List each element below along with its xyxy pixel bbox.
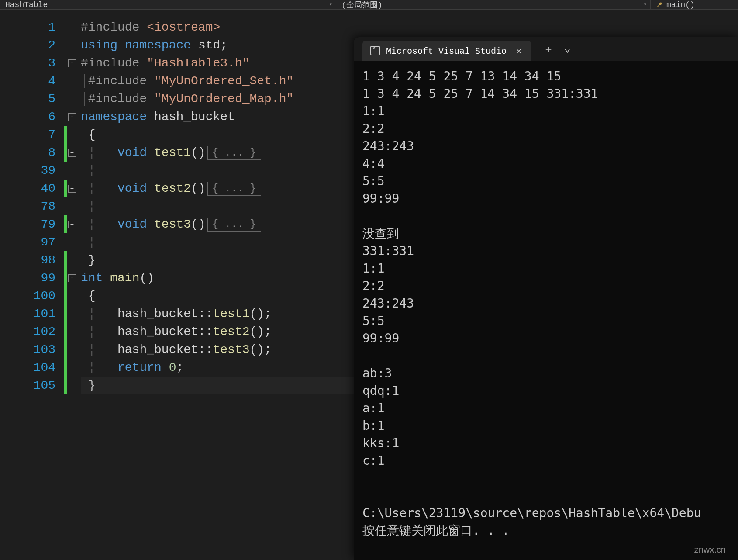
tab-dropdown-button[interactable]: ⌄ — [564, 42, 570, 56]
terminal-tab-active[interactable]: Microsoft Visual Studio 调试控 ✕ — [362, 41, 531, 61]
fold-cell — [63, 18, 81, 36]
change-indicator — [64, 323, 67, 341]
fold-collapse-icon[interactable]: − — [68, 274, 76, 282]
change-indicator — [64, 341, 67, 359]
fold-cell — [63, 305, 81, 323]
change-indicator — [64, 215, 67, 233]
line-number: 78 — [24, 197, 55, 215]
scope-function-label: main() — [666, 0, 695, 9]
fold-cell — [63, 233, 81, 251]
chevron-down-icon: ▾ — [329, 1, 332, 8]
new-tab-button[interactable]: ＋ — [543, 42, 554, 56]
fold-cell — [63, 197, 81, 215]
line-number: 4 — [24, 72, 55, 90]
scope-dropdown-file[interactable]: HashTable ▾ — [0, 0, 336, 9]
fold-cell — [63, 36, 81, 54]
terminal-tab-bar: Microsoft Visual Studio 调试控 ✕ ＋ ⌄ — [354, 37, 738, 61]
change-indicator — [64, 180, 67, 197]
watermark: znwx.cn — [694, 545, 726, 555]
code-line[interactable]: #include <iostream> — [81, 18, 738, 36]
editor-margin — [0, 10, 24, 560]
line-number: 105 — [24, 377, 55, 394]
line-number: 98 — [24, 251, 55, 269]
line-number: 6 — [24, 108, 55, 126]
fold-cell — [63, 323, 81, 341]
fold-cell — [63, 341, 81, 359]
line-number: 3 — [24, 54, 55, 72]
terminal-icon — [370, 46, 380, 55]
line-number: 7 — [24, 126, 55, 144]
line-number: 104 — [24, 359, 55, 377]
fold-cell: − — [63, 269, 81, 287]
fold-gutter: −−+++− — [63, 10, 81, 560]
line-number: 40 — [24, 180, 55, 197]
scope-file-label: HashTable — [5, 0, 48, 9]
fold-cell — [63, 126, 81, 144]
fold-cell — [63, 359, 81, 377]
scope-dropdown-function[interactable]: main() — [651, 0, 700, 9]
fold-collapse-icon[interactable]: − — [68, 59, 76, 67]
fold-collapse-icon[interactable]: − — [68, 113, 76, 121]
change-indicator — [64, 287, 67, 305]
change-indicator — [64, 144, 67, 162]
line-number: 99 — [24, 269, 55, 287]
fold-expand-icon[interactable]: + — [68, 149, 76, 157]
change-indicator — [64, 377, 67, 394]
line-number: 2 — [24, 36, 55, 54]
terminal-tab-title: Microsoft Visual Studio 调试控 — [386, 45, 508, 57]
change-indicator — [64, 269, 67, 287]
fold-cell — [63, 162, 81, 180]
line-number: 97 — [24, 233, 55, 251]
close-icon[interactable]: ✕ — [514, 45, 523, 56]
chevron-down-icon: ▾ — [644, 1, 647, 8]
change-indicator — [64, 359, 67, 377]
fold-expand-icon[interactable]: + — [68, 185, 76, 193]
fold-cell: − — [63, 108, 81, 126]
fold-cell: + — [63, 215, 81, 233]
fold-cell: − — [63, 54, 81, 72]
fold-cell: + — [63, 180, 81, 197]
scope-scope-label: (全局范围) — [341, 0, 383, 10]
line-number: 79 — [24, 215, 55, 233]
line-number: 5 — [24, 90, 55, 108]
debug-console-window: Microsoft Visual Studio 调试控 ✕ ＋ ⌄ 1 3 4 … — [354, 37, 738, 560]
fold-cell — [63, 287, 81, 305]
line-number: 39 — [24, 162, 55, 180]
fold-cell: + — [63, 144, 81, 162]
line-number: 103 — [24, 341, 55, 359]
fold-cell — [63, 90, 81, 108]
terminal-output[interactable]: 1 3 4 24 5 25 7 13 14 34 15 1 3 4 24 5 2… — [354, 61, 738, 560]
line-number-gutter: 1234567839407879979899100101102103104105 — [24, 10, 63, 560]
line-number: 100 — [24, 287, 55, 305]
fold-cell — [63, 251, 81, 269]
scope-dropdown-scope[interactable]: (全局范围) ▾ — [336, 0, 651, 9]
top-navigation-bar: HashTable ▾ (全局范围) ▾ main() — [0, 0, 738, 10]
change-indicator — [64, 126, 67, 144]
fold-cell — [63, 377, 81, 394]
line-number: 1 — [24, 18, 55, 36]
change-indicator — [64, 251, 67, 269]
fold-cell — [63, 72, 81, 90]
fold-expand-icon[interactable]: + — [68, 221, 76, 228]
line-number: 8 — [24, 144, 55, 162]
line-number: 102 — [24, 323, 55, 341]
line-number: 101 — [24, 305, 55, 323]
wrench-icon — [656, 1, 663, 8]
change-indicator — [64, 305, 67, 323]
